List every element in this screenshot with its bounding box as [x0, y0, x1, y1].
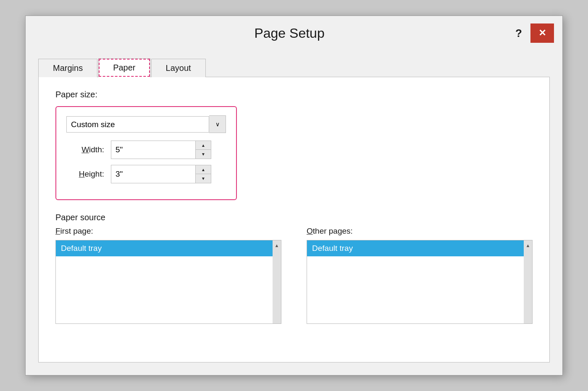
width-label: Width: — [66, 145, 104, 154]
width-field-row: Width: ▲ ▼ — [66, 141, 226, 159]
paper-size-group: Custom size Letter A4 Legal A3 ∨ Width: — [55, 106, 237, 200]
tab-panel-paper: Paper size: Custom size Letter A4 Legal … — [38, 77, 550, 362]
width-spinner-btns: ▲ ▼ — [195, 141, 211, 159]
tab-paper[interactable]: Paper — [98, 58, 150, 77]
other-pages-default-tray[interactable]: Default tray — [307, 240, 532, 256]
first-page-scroll-up-icon[interactable]: ▲ — [275, 242, 279, 249]
first-page-label: First page: — [55, 227, 281, 236]
first-page-listbox[interactable]: Default tray ▲ — [55, 240, 281, 324]
paper-size-dropdown-row: Custom size Letter A4 Legal A3 ∨ — [66, 115, 226, 133]
width-spinner: ▲ ▼ — [111, 141, 211, 159]
other-pages-scroll-up-icon[interactable]: ▲ — [526, 242, 530, 249]
height-up-button[interactable]: ▲ — [196, 165, 211, 174]
height-field-row: Height: ▲ ▼ — [66, 165, 226, 183]
dialog-title: Page Setup — [68, 26, 511, 41]
dropdown-arrow-icon[interactable]: ∨ — [209, 115, 226, 133]
height-input[interactable] — [111, 165, 195, 183]
help-button[interactable]: ? — [511, 25, 526, 42]
titlebar-controls: ? ✕ — [511, 23, 554, 43]
dialog-content: Margins Paper Layout Paper size: Custom … — [26, 50, 562, 375]
first-page-scrollbar: ▲ — [273, 240, 281, 323]
paper-size-label: Paper size: — [55, 90, 533, 99]
paper-source-cols: First page: Default tray ▲ Other pages: — [55, 227, 533, 324]
dialog-titlebar: Page Setup ? ✕ — [26, 16, 562, 50]
other-pages-scrollbar: ▲ — [524, 240, 532, 323]
first-page-col: First page: Default tray ▲ — [55, 227, 281, 324]
height-spinner: ▲ ▼ — [111, 165, 211, 183]
other-pages-col: Other pages: Default tray ▲ — [307, 227, 533, 324]
close-button[interactable]: ✕ — [530, 23, 554, 43]
width-input[interactable] — [111, 141, 195, 159]
first-page-default-tray[interactable]: Default tray — [56, 240, 281, 256]
other-pages-listbox[interactable]: Default tray ▲ — [307, 240, 533, 324]
width-down-button[interactable]: ▼ — [196, 150, 211, 159]
paper-source-label: Paper source — [55, 213, 533, 222]
height-spinner-btns: ▲ ▼ — [195, 165, 211, 183]
tab-layout[interactable]: Layout — [151, 59, 206, 77]
tabs-row: Margins Paper Layout — [38, 58, 550, 77]
other-pages-label: Other pages: — [307, 227, 533, 236]
tab-margins[interactable]: Margins — [38, 59, 97, 77]
page-setup-dialog: Page Setup ? ✕ Margins Paper Layout Pape… — [25, 16, 563, 375]
width-up-button[interactable]: ▲ — [196, 141, 211, 150]
paper-size-select[interactable]: Custom size Letter A4 Legal A3 — [66, 116, 209, 133]
height-down-button[interactable]: ▼ — [196, 174, 211, 183]
height-label: Height: — [66, 169, 104, 179]
